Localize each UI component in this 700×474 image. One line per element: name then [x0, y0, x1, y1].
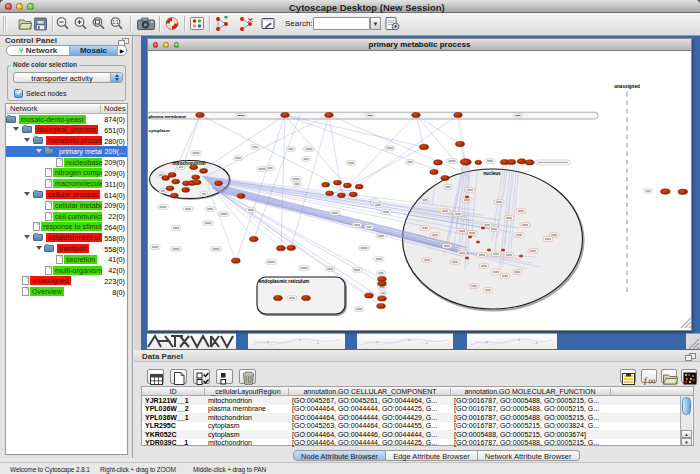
svg-text:endoplasmic reticulum: endoplasmic reticulum — [259, 279, 309, 284]
svg-text:cytoplasm: cytoplasm — [149, 128, 170, 133]
svg-text:1:1: 1:1 — [112, 20, 119, 25]
svg-text:nucleus: nucleus — [483, 171, 501, 176]
svg-text:mitochondrion: mitochondrion — [172, 161, 206, 166]
svg-text:unassigned: unassigned — [614, 84, 640, 89]
svg-text:(x): (x) — [649, 377, 656, 383]
svg-text:f: f — [644, 374, 648, 384]
svg-text:plasma membrane: plasma membrane — [149, 114, 187, 119]
